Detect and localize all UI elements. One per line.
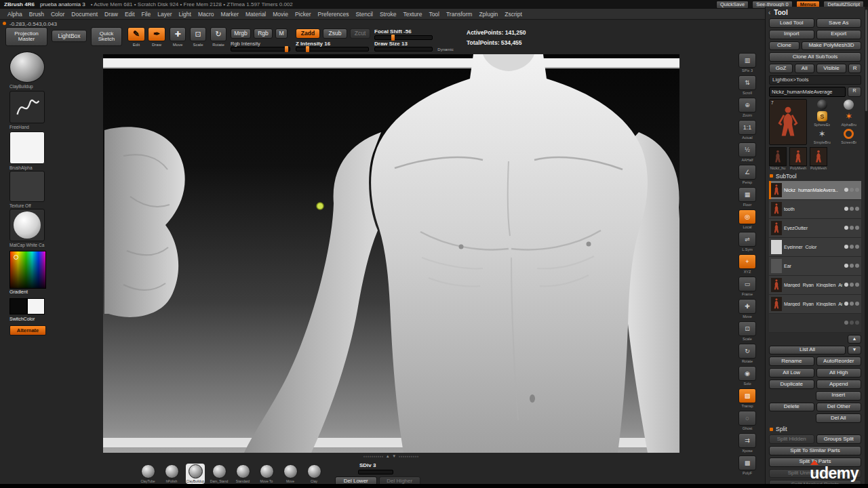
insert-button[interactable]: Insert xyxy=(816,391,862,401)
append-button[interactable]: Append xyxy=(816,380,862,389)
shelf-floor-button[interactable]: ▦ xyxy=(738,187,756,202)
menu-texture[interactable]: Texture xyxy=(400,10,426,18)
menu-macro[interactable]: Macro xyxy=(195,10,218,18)
secondary-color-swatch[interactable] xyxy=(27,298,45,314)
zadd-button[interactable]: Zadd xyxy=(296,28,320,39)
paint-icon[interactable] xyxy=(855,302,859,306)
menu-transform[interactable]: Transform xyxy=(443,10,475,18)
sdiv-slider[interactable] xyxy=(358,470,393,474)
make-polymesh3d-button[interactable]: Make PolyMesh3D xyxy=(802,41,861,51)
tool-sphere3d-icon[interactable] xyxy=(844,100,854,110)
subtool-row[interactable]: Eyeinner_Color xyxy=(769,238,861,257)
collapse-panel-icon[interactable]: ‹ xyxy=(768,9,770,16)
menu-file[interactable]: File xyxy=(138,10,155,18)
menu-brush[interactable]: Brush xyxy=(26,10,47,18)
eye-icon[interactable] xyxy=(844,207,848,211)
delete-button[interactable]: Delete xyxy=(769,403,814,412)
shelf-zoom-button[interactable]: ⊕ xyxy=(738,98,756,113)
brush-icon[interactable] xyxy=(850,226,854,230)
recent-tool-thumbnail[interactable] xyxy=(769,147,787,166)
rgb-button[interactable]: Rgb xyxy=(254,28,273,39)
eye-icon[interactable] xyxy=(844,302,848,306)
shelf-solo-button[interactable]: ◉ xyxy=(738,366,756,381)
clone-all-subtools-button[interactable]: Clone All SubTools xyxy=(769,52,861,62)
tool-simplebrush-icon[interactable]: ✶ xyxy=(817,129,827,139)
shelf-persp-button[interactable]: ∠ xyxy=(738,165,756,180)
load-tool-button[interactable]: Load Tool xyxy=(769,18,814,28)
brush-hpolish[interactable]: hPolish xyxy=(162,464,181,484)
mrgb-button[interactable]: Mrgb xyxy=(231,28,251,39)
save-as-button[interactable]: Save As xyxy=(816,18,862,28)
subtool-row[interactable]: tooth xyxy=(769,200,861,219)
brush-claytube[interactable]: ClayTube xyxy=(138,464,157,484)
current-stroke-thumbnail[interactable] xyxy=(9,91,45,123)
shelf-rotate-button[interactable]: ↻ xyxy=(738,344,756,359)
color-picker[interactable] xyxy=(9,251,46,289)
split-section-header[interactable]: Split xyxy=(770,426,861,432)
zcut-button[interactable]: Zcut xyxy=(350,28,370,39)
menu-edit[interactable]: Edit xyxy=(121,10,138,18)
eye-icon[interactable] xyxy=(844,188,848,192)
menu-tool[interactable]: Tool xyxy=(425,10,443,18)
menu-draw[interactable]: Draw xyxy=(101,10,121,18)
subtool-row[interactable]: Ear xyxy=(769,257,861,276)
m-button[interactable]: M xyxy=(275,28,288,39)
brush-icon[interactable] xyxy=(850,264,854,268)
active-tool-thumbnail[interactable]: 7 xyxy=(769,99,807,145)
menu-picker[interactable]: Picker xyxy=(292,10,315,18)
scale-mode-button[interactable]: ⊡ xyxy=(190,27,206,41)
list-all-button[interactable]: List All xyxy=(769,346,846,355)
quicksave-button[interactable]: QuickSave xyxy=(716,1,749,9)
z-intensity-slider[interactable] xyxy=(296,47,369,52)
shelf-l-sym-button[interactable]: ⇌ xyxy=(738,232,756,247)
brush-dam-stand[interactable]: Dam_Stand xyxy=(210,464,229,484)
quick-sketch-button[interactable]: Quick Sketch xyxy=(91,27,122,46)
tool-sphere-icon[interactable] xyxy=(817,100,827,110)
focal-shift-slider[interactable] xyxy=(374,35,433,40)
eye-icon[interactable] xyxy=(844,245,848,249)
import-button[interactable]: Import xyxy=(769,30,814,39)
shelf-actual-button[interactable]: 1:1 xyxy=(738,120,756,135)
menu-alpha[interactable]: Alpha xyxy=(4,10,26,18)
brush-claybuildup[interactable]: ClayBuildup xyxy=(186,464,205,484)
duplicate-button[interactable]: Duplicate xyxy=(769,380,814,389)
brush-move[interactable]: Move xyxy=(281,464,300,484)
subtool-row[interactable]: Nickz_humanMaleAvera.. xyxy=(769,181,861,200)
export-button[interactable]: Export xyxy=(816,30,862,39)
menu-document[interactable]: Document xyxy=(68,10,101,18)
subtool-row[interactable]: Marged_Ryan_Kingslien_Anatomy xyxy=(769,276,861,295)
paint-icon[interactable] xyxy=(855,321,859,325)
all-high-button[interactable]: All High xyxy=(816,368,862,378)
all-low-button[interactable]: All Low xyxy=(769,368,814,378)
lightbox-button[interactable]: LightBox xyxy=(52,30,87,42)
lightbox-tools-path[interactable]: Lightbox>Tools xyxy=(769,75,861,85)
goz-all-button[interactable]: All xyxy=(795,64,814,73)
alternate-button[interactable]: Alternate xyxy=(9,325,46,336)
menu-movie[interactable]: Movie xyxy=(269,10,292,18)
shelf-polyf-button[interactable]: ▩ xyxy=(738,455,756,470)
menu-preferences[interactable]: Preferences xyxy=(315,10,353,18)
active-tool-name[interactable]: Nickz_humanMaleAverage xyxy=(769,87,846,97)
tool-restore-button[interactable]: R xyxy=(848,87,861,97)
eye-icon[interactable] xyxy=(844,321,848,325)
shelf-scale-button[interactable]: ⊡ xyxy=(738,321,756,336)
menu-stencil[interactable]: Stencil xyxy=(352,10,376,18)
tool-alphabrush-icon[interactable]: ✶ xyxy=(844,111,854,121)
subtool-row[interactable] xyxy=(769,314,861,333)
edit-mode-button[interactable]: ✎ xyxy=(127,27,145,41)
rgb-intensity-slider[interactable] xyxy=(231,47,290,52)
menu-layer[interactable]: Layer xyxy=(154,10,175,18)
paint-icon[interactable] xyxy=(855,207,859,211)
menu-color[interactable]: Color xyxy=(47,10,68,18)
goz-r-button[interactable]: R xyxy=(848,64,861,73)
shelf-transp-button[interactable]: ▨ xyxy=(738,388,756,403)
rotate-mode-button[interactable]: ↻ xyxy=(210,27,226,41)
eye-icon[interactable] xyxy=(844,226,848,230)
current-material-thumbnail[interactable] xyxy=(9,209,45,241)
shelf-frame-button[interactable]: ▭ xyxy=(738,277,756,291)
eye-icon[interactable] xyxy=(844,283,848,287)
menu-marker[interactable]: Marker xyxy=(218,10,242,18)
current-brush-thumbnail[interactable] xyxy=(9,52,45,83)
split-hidden-button[interactable]: Split Hidden xyxy=(769,434,814,444)
brush-icon[interactable] xyxy=(850,207,854,211)
